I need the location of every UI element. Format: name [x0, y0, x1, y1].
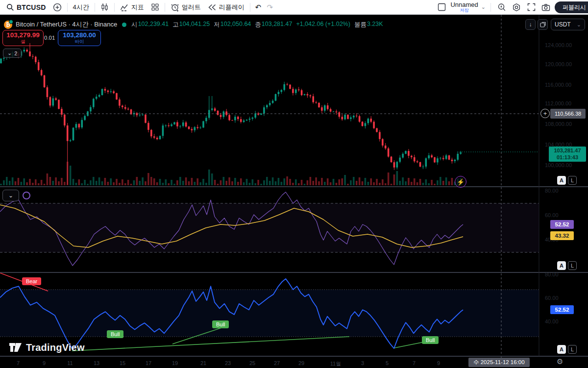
toolbar-separator: [95, 3, 95, 12]
compare-add-button[interactable]: [49, 1, 65, 13]
replay-button[interactable]: 리플레이: [204, 1, 248, 13]
layout-name-button[interactable]: Unnamed 저장: [450, 1, 478, 13]
auto-scale-button[interactable]: A: [557, 261, 566, 270]
layout-name-label: Unnamed: [450, 1, 478, 8]
undo-button[interactable]: ↶: [252, 1, 264, 13]
chevron-down-icon: ⌄: [577, 22, 581, 28]
time-axis-label[interactable]: 23: [225, 360, 231, 366]
publish-button[interactable]: 퍼블리시: [555, 1, 588, 13]
chart-canvas[interactable]: [0, 0, 588, 368]
time-axis-label[interactable]: 7: [17, 360, 20, 366]
bull-signal-badge: Bull: [107, 330, 123, 338]
snapshot-button[interactable]: [540, 1, 552, 13]
log-scale-button[interactable]: L: [568, 176, 577, 185]
toolbar-separator: [250, 3, 250, 12]
time-axis-label[interactable]: 13: [94, 360, 99, 366]
open-value: 102,239.41: [138, 21, 169, 29]
time-axis-label[interactable]: 9: [43, 360, 46, 366]
tradingview-logo[interactable]: TradingView: [9, 342, 85, 353]
quick-search-button[interactable]: [496, 1, 508, 13]
symbol-search-button[interactable]: BTCUSD: [3, 2, 49, 13]
layout-chevron-down-icon[interactable]: ⌄: [481, 4, 486, 10]
price-axis-label[interactable]: 100,000.00: [545, 162, 572, 168]
auto-scale-button[interactable]: A: [557, 345, 566, 354]
time-axis-label[interactable]: 25: [249, 360, 255, 366]
time-axis-label[interactable]: 3: [361, 360, 364, 366]
time-axis-label[interactable]: 17: [146, 360, 151, 366]
time-axis-label[interactable]: 11월: [330, 360, 341, 368]
add-alert-plus-button[interactable]: +: [540, 109, 550, 118]
osc-axis-label[interactable]: 80.00: [545, 271, 559, 277]
osc-value-badge: 52.52: [550, 305, 574, 314]
time-axis-label[interactable]: 27: [274, 360, 280, 366]
osc-axis-label[interactable]: 60.00: [545, 295, 559, 301]
time-axis-label[interactable]: 29: [298, 360, 304, 366]
time-axis-label[interactable]: 9: [437, 360, 440, 366]
save-label: 저장: [460, 8, 469, 13]
interval-label: 4시간: [73, 3, 89, 12]
redo-button[interactable]: ↷: [264, 1, 276, 13]
time-axis-label[interactable]: 7: [413, 360, 416, 366]
volume-label: 볼륨: [354, 21, 367, 29]
indicators-button[interactable]: 지표: [117, 1, 147, 13]
chart-style-button[interactable]: [97, 1, 112, 13]
fullscreen-button[interactable]: [525, 1, 537, 13]
osc-axis-label[interactable]: 40.00: [545, 319, 559, 324]
close-label: 종: [255, 21, 261, 29]
tradingview-logo-text: TradingView: [26, 342, 85, 353]
adjust-lock-buttons: AL: [557, 261, 577, 270]
rsi-pane-collapse-button[interactable]: ⌄: [2, 190, 19, 201]
instant-trading-icon[interactable]: ⚡: [455, 176, 466, 188]
sell-label: 셀: [21, 39, 25, 44]
rsi-axis-label[interactable]: 80.00: [545, 188, 559, 194]
rsi-axis-label[interactable]: 60.00: [545, 212, 559, 218]
price-axis-label[interactable]: 120,000.00: [545, 61, 572, 67]
tradingview-mark-icon: [9, 342, 22, 353]
time-axis-label[interactable]: 15: [120, 360, 125, 366]
price-axis-label[interactable]: 112,000.00: [545, 100, 571, 106]
layout-square-icon: [438, 3, 446, 11]
restore-icon: [540, 22, 546, 27]
bear-signal-badge: Bear: [22, 277, 41, 285]
sell-button[interactable]: 103,279.99 셀: [2, 30, 44, 46]
time-axis-label[interactable]: 5: [386, 360, 389, 366]
bitcoin-logo: ₿: [4, 21, 12, 29]
currency-dropdown[interactable]: USDT ⌄: [551, 19, 585, 30]
candlestick-icon: [100, 3, 109, 11]
log-scale-button[interactable]: L: [568, 345, 577, 354]
object-tree-collapse-button[interactable]: ⌄ 2: [3, 49, 22, 58]
go-to-realtime-button[interactable]: ↓: [525, 19, 536, 30]
adjust-lock-buttons: AL: [557, 176, 577, 185]
symbol-title[interactable]: Bitcoin / TetherUS · 4시간 · Binance: [16, 20, 117, 29]
low-value: 102,050.64: [220, 21, 251, 29]
time-axis-settings-gear-icon[interactable]: ⚙: [557, 357, 563, 366]
settings-button[interactable]: [511, 1, 522, 13]
rsi-sync-icon[interactable]: [23, 192, 30, 199]
indicator-templates-button[interactable]: [147, 1, 163, 13]
auto-scale-button[interactable]: A: [557, 176, 566, 185]
bull-signal-badge: Bull: [422, 336, 439, 344]
restore-pane-button[interactable]: [538, 19, 548, 30]
open-label: 시: [131, 21, 138, 29]
indicators-label: 지표: [131, 3, 144, 12]
price-axis-label[interactable]: 108,000.00: [545, 121, 572, 127]
time-axis-label[interactable]: 19: [172, 360, 178, 366]
time-axis-label[interactable]: 21: [200, 360, 206, 366]
toolbar-separator: [490, 3, 491, 12]
price-axis-label[interactable]: 116,000.00: [545, 82, 571, 88]
price-axis-label[interactable]: 124,000.00: [545, 42, 572, 48]
interval-button[interactable]: 4시간: [70, 1, 93, 13]
top-toolbar: BTCUSD 4시간: [0, 0, 588, 15]
log-scale-button[interactable]: L: [568, 261, 577, 270]
buy-button[interactable]: 103,280.00 바이: [58, 30, 101, 46]
toolbar-separator: [114, 3, 115, 12]
alert-button[interactable]: 얼러트: [167, 1, 204, 13]
plus-circle-icon: [53, 3, 62, 12]
bull-trendline: [72, 337, 349, 351]
symbol-name: BTCUSD: [17, 3, 46, 11]
replay-rewind-icon: [208, 4, 217, 11]
layout-select-button[interactable]: [436, 1, 447, 13]
toolbar-separator: [165, 3, 165, 12]
alert-label: 얼러트: [182, 3, 201, 12]
time-axis-label[interactable]: 11: [67, 360, 73, 366]
